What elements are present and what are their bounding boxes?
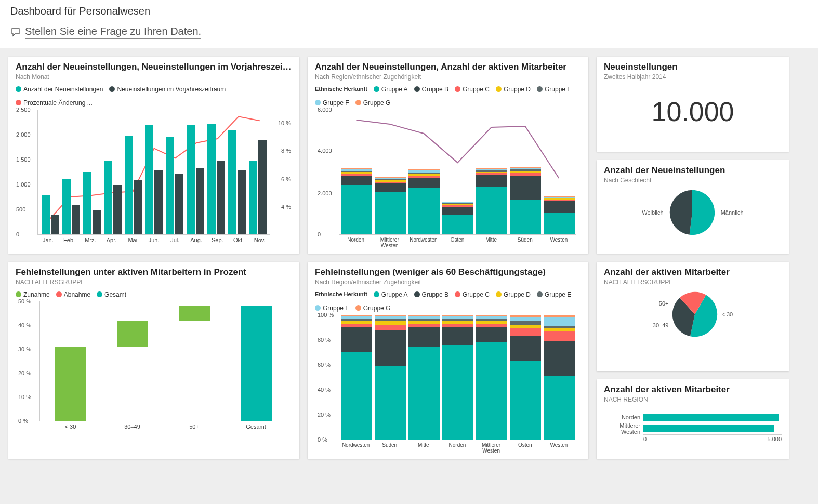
- qna-input[interactable]: Stellen Sie eine Frage zu Ihren Daten.: [0, 17, 818, 48]
- tile-title: Anzahl der aktiven Mitarbeiter: [604, 267, 782, 277]
- tile-title: Fehleinstellungen (weniger als 60 Beschä…: [315, 267, 581, 277]
- dashboard-title: Dashboard für Personalwesen: [0, 0, 818, 17]
- chat-icon: [10, 27, 21, 37]
- stacked-combo-chart: 0 2.000 4.000 6.000 NordenMittlerer West…: [339, 110, 576, 248]
- tile-badhire-region[interactable]: Fehleinstellungen (weniger als 60 Beschä…: [308, 262, 588, 459]
- tile-active-age[interactable]: Anzahl der aktiven Mitarbeiter NACH ALTE…: [597, 262, 789, 371]
- qna-prompt: Stellen Sie eine Frage zu Ihren Daten.: [25, 25, 201, 39]
- tile-active-region[interactable]: Anzahl der aktiven Mitarbeiter NACH REGI…: [597, 379, 789, 459]
- legend: Ethnische Herkunft Gruppe A Gruppe B Gru…: [315, 291, 581, 312]
- tile-badhire-pct-age[interactable]: Fehleinstellungen unter aktiven Mitarbei…: [8, 262, 299, 459]
- tile-subtitle: NACH ALTERSGRUPPE: [16, 278, 292, 286]
- tile-title: Anzahl der Neueinstellungen, Anzahl der …: [315, 62, 581, 72]
- kpi-value: 10.000: [604, 81, 782, 143]
- tile-subtitle: NACH REGION: [604, 396, 782, 403]
- tile-title: Fehleinstellungen unter aktiven Mitarbei…: [16, 267, 292, 277]
- hbar-chart: NordenMittlerer Westen: [604, 412, 782, 434]
- tile-hires-gender[interactable]: Anzahl der Neueinstellungen Nach Geschle…: [597, 160, 789, 254]
- tile-subtitle: Nach Region/ethnischer Zugehörigkeit: [315, 73, 581, 81]
- legend: Ethnische Herkunft Gruppe A Gruppe B Gru…: [315, 86, 581, 107]
- tile-title: Neueinstellungen: [604, 62, 782, 72]
- combo-chart: 0 500 1.000 1.500 2.000 2.500 4 % 6 % 8 …: [37, 110, 270, 243]
- tile-title: Anzahl der Neueinstellungen, Neueinstell…: [16, 62, 292, 72]
- tile-subtitle: Nach Geschlecht: [604, 177, 782, 184]
- tile-subtitle: Nach Region/ethnischer Zugehörigkeit: [315, 278, 581, 286]
- tile-title: Anzahl der aktiven Mitarbeiter: [604, 384, 782, 395]
- stacked-100-chart: 0 % 20 % 40 % 60 % 80 % 100 % Nordwesten…: [339, 315, 576, 454]
- tile-kpi-new-hires[interactable]: Neueinstellungen Zweites Halbjahr 2014 1…: [597, 57, 789, 152]
- legend: Anzahl der Neueinstellungen Neueinstellu…: [16, 86, 292, 107]
- pie-chart: 50+ 30–49 < 30: [604, 286, 782, 343]
- tile-subtitle: NACH ALTERSGRUPPE: [604, 278, 782, 286]
- tile-title: Anzahl der Neueinstellungen: [604, 165, 782, 176]
- tile-hires-active-region[interactable]: Anzahl der Neueinstellungen, Anzahl der …: [308, 57, 588, 254]
- waterfall-chart: 0 % 10 % 20 % 30 % 40 % 50 % < 3030–4950…: [39, 301, 287, 430]
- legend: Zunahme Abnahme Gesamt: [16, 291, 292, 298]
- tile-monthly-hires[interactable]: Anzahl der Neueinstellungen, Neueinstell…: [8, 57, 299, 254]
- pie-chart: Weiblich Männlich: [604, 184, 782, 241]
- tile-subtitle: Nach Monat: [16, 73, 292, 81]
- tile-subtitle: Zweites Halbjahr 2014: [604, 73, 782, 81]
